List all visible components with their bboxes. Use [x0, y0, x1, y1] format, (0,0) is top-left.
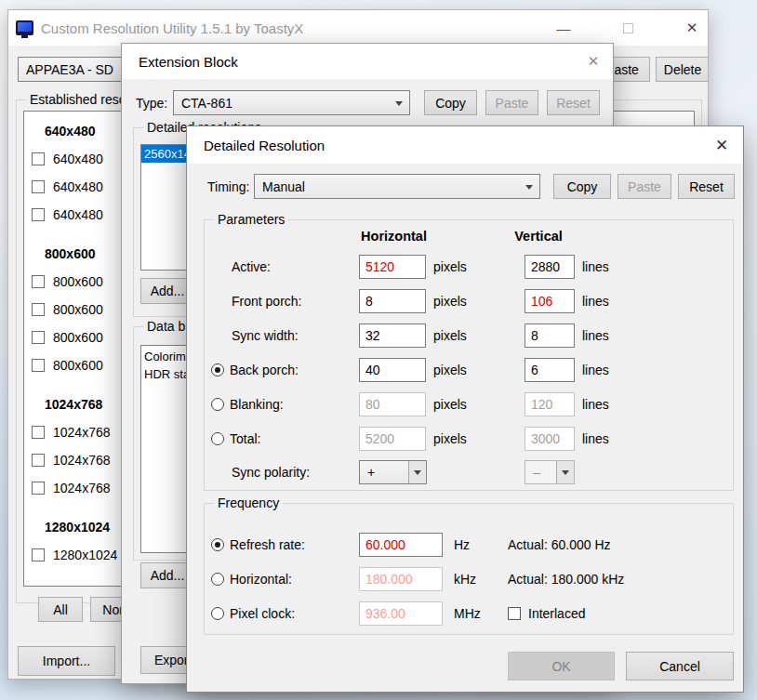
actual-refresh-rate: Actual: 60.000 Hz	[508, 533, 611, 557]
resolution-checkbox[interactable]	[32, 303, 45, 316]
freq-unit-label: Hz	[454, 533, 470, 557]
timing-select[interactable]: Manual	[254, 174, 540, 199]
input-value: 40	[365, 363, 380, 377]
resolution-checkbox[interactable]	[32, 152, 45, 165]
v-unit-label: lines	[582, 324, 609, 348]
v-unit-label: lines	[582, 427, 609, 451]
group-header-label: 1280x1024	[45, 520, 110, 535]
h-unit-label: pixels	[433, 324, 467, 348]
freq-label: Refresh rate:	[230, 533, 305, 557]
parameters-group-label: Parameters	[214, 212, 288, 227]
list-item-label: 1280x1024	[53, 548, 117, 562]
minimize-button[interactable]: —	[548, 10, 579, 46]
chevron-down-icon	[562, 470, 569, 475]
freq-unit-label: MHz	[454, 601, 481, 626]
resolution-checkbox[interactable]	[32, 180, 45, 193]
detailed-resolution-dialog: Detailed Resolution ✕ Timing: Manual Cop…	[186, 125, 744, 693]
v-total-input: 3000	[525, 427, 575, 451]
v-polarity-select[interactable]: –	[525, 460, 575, 484]
import-button[interactable]: Import...	[18, 646, 115, 676]
h-polarity-select[interactable]: +	[359, 460, 427, 484]
freq-unit-label: kHz	[454, 567, 476, 591]
param-label: Blanking:	[230, 392, 284, 416]
input-value: 120	[531, 397, 552, 412]
paste-button[interactable]: Paste	[485, 90, 538, 115]
refresh-rate-input[interactable]: 60.000	[359, 533, 443, 557]
main-titlebar[interactable]: Custom Resolution Utility 1.5.1 by Toast…	[8, 10, 708, 46]
h-total-input: 5200	[359, 427, 426, 451]
v-sync-width-input[interactable]: 8	[525, 324, 575, 348]
v-active-input[interactable]: 2880	[525, 255, 575, 279]
horizontal-column-header: Horizontal	[326, 229, 461, 244]
extension-type-select[interactable]: CTA-861	[173, 90, 410, 115]
back-porch-radio[interactable]	[211, 363, 224, 376]
list-item-label: 640x480	[53, 207, 103, 222]
input-value: 60.000	[365, 537, 405, 552]
resolution-checkbox[interactable]	[32, 359, 45, 372]
blanking-radio[interactable]	[211, 398, 224, 411]
interlaced-label: Interlaced	[528, 601, 585, 626]
horizontal-freq-radio[interactable]	[211, 573, 224, 586]
copy-button[interactable]: Copy	[553, 174, 611, 199]
paste-button[interactable]: Paste	[618, 174, 671, 199]
list-item-label: 640x480	[53, 179, 103, 194]
resolution-checkbox[interactable]	[32, 208, 45, 221]
v-unit-label: lines	[582, 289, 609, 313]
resolution-checkbox[interactable]	[32, 482, 45, 495]
pixel-clock-input: 936.00	[359, 601, 443, 626]
extension-block-titlebar[interactable]: Extension Block ✕	[122, 44, 613, 79]
frequency-group-label: Frequency	[214, 495, 283, 510]
input-value: 8	[365, 294, 373, 309]
h-blanking-input: 80	[359, 392, 426, 416]
resolution-checkbox[interactable]	[32, 426, 45, 439]
h-front-porch-input[interactable]: 8	[359, 289, 426, 313]
input-value: 106	[531, 294, 552, 309]
param-label: Total:	[230, 427, 260, 451]
h-back-porch-input[interactable]: 40	[359, 358, 426, 382]
reset-button[interactable]: Reset	[547, 90, 600, 115]
group-header-label: 800x600	[45, 246, 96, 261]
interlaced-checkbox[interactable]	[508, 607, 521, 620]
ok-button[interactable]: OK	[508, 652, 615, 680]
list-item-label: 640x480	[53, 152, 103, 166]
close-button[interactable]: ✕	[578, 44, 609, 79]
h-sync-width-input[interactable]: 32	[359, 324, 426, 348]
list-item-label: 800x600	[53, 302, 103, 317]
combo-arrow-box	[556, 461, 574, 483]
maximize-icon	[623, 23, 633, 33]
input-value: 180.000	[365, 572, 413, 587]
maximize-button[interactable]	[612, 10, 644, 46]
h-unit-label: pixels	[433, 255, 467, 279]
input-value: 6	[531, 363, 538, 377]
type-label: Type:	[136, 90, 167, 115]
v-back-porch-input[interactable]: 6	[525, 358, 575, 382]
chevron-down-icon	[414, 470, 421, 475]
extension-block-title: Extension Block	[122, 54, 238, 70]
v-front-porch-input[interactable]: 106	[525, 289, 575, 313]
h-active-input[interactable]: 5120	[359, 255, 426, 279]
close-button[interactable]: ✕	[676, 10, 708, 46]
param-label: Front porch:	[232, 289, 301, 313]
resolution-checkbox[interactable]	[32, 275, 45, 288]
param-label: Back porch:	[230, 358, 299, 382]
delete-button[interactable]: Delete	[656, 57, 709, 82]
pixel-clock-radio[interactable]	[211, 607, 224, 620]
group-header-label: 1024x768	[45, 397, 102, 412]
copy-button[interactable]: Copy	[424, 90, 477, 115]
resolution-checkbox[interactable]	[32, 454, 45, 467]
refresh-rate-radio[interactable]	[211, 538, 224, 551]
h-unit-label: pixels	[433, 427, 467, 451]
cancel-button[interactable]: Cancel	[626, 652, 734, 680]
resolution-checkbox[interactable]	[32, 548, 45, 561]
close-button[interactable]: ✕	[706, 126, 737, 164]
horizontal-freq-input: 180.000	[359, 567, 443, 591]
h-unit-label: pixels	[433, 289, 467, 313]
total-radio[interactable]	[211, 432, 224, 445]
chevron-down-icon	[525, 185, 533, 190]
detailed-resolution-titlebar[interactable]: Detailed Resolution ✕	[187, 126, 743, 164]
list-item-label: 800x600	[53, 330, 103, 345]
v-blanking-input: 120	[525, 392, 575, 416]
resolution-checkbox[interactable]	[32, 331, 45, 344]
reset-button[interactable]: Reset	[678, 174, 735, 199]
all-button[interactable]: All	[38, 597, 83, 622]
